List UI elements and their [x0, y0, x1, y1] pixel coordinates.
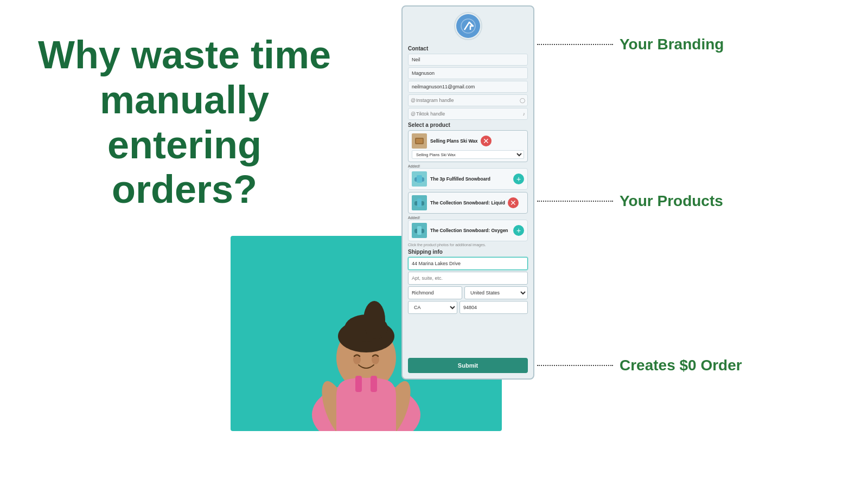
svg-rect-18: [416, 139, 423, 143]
svg-rect-20: [417, 175, 422, 183]
instagram-input[interactable]: [408, 94, 528, 106]
email-input[interactable]: [408, 81, 528, 93]
form-content: Contact @ ◯ @ ♪ Select a product: [403, 43, 533, 355]
address2-input[interactable]: [408, 272, 528, 285]
product-card-1-inner: Selling Plans Ski Wax ✕ Selling Plans Sk…: [412, 133, 524, 159]
product-1-remove-btn[interactable]: ✕: [481, 136, 492, 146]
product-1-details: Selling Plans Ski Wax: [430, 138, 478, 144]
product-4-add-btn[interactable]: +: [513, 225, 524, 236]
city-country-row: United States: [408, 286, 528, 299]
product-3-details: The Collection Snowboard: Liquid: [430, 200, 505, 206]
state-select[interactable]: CA: [408, 301, 457, 314]
logo-icon: [456, 14, 480, 38]
state-zip-row: CA: [408, 301, 528, 314]
heading-text: Why waste time manually entering orders?: [33, 33, 336, 212]
phone-card: Contact @ ◯ @ ♪ Select a product: [401, 5, 534, 380]
product-2-add-btn[interactable]: +: [513, 174, 524, 184]
product-3-thumb[interactable]: [412, 195, 427, 210]
first-name-input[interactable]: [408, 54, 528, 66]
product-2-name: The 3p Fulfilled Snowboard: [430, 176, 490, 182]
svg-point-6: [363, 301, 385, 339]
products-line: [537, 201, 613, 202]
annotation-products: Your Products: [537, 192, 723, 210]
shipping-label: Shipping info: [408, 249, 528, 255]
order-label: Creates $0 Order: [620, 357, 742, 374]
select-product-label: Select a product: [408, 122, 528, 128]
product-1-select[interactable]: Selling Plans Ski Wax: [412, 150, 524, 159]
product-4-thumb[interactable]: [412, 223, 427, 238]
product-4-name: The Collection Snowboard: Oxygen: [430, 228, 508, 233]
instagram-field: @ ◯: [408, 94, 528, 106]
branding-label: Your Branding: [620, 36, 724, 53]
submit-button[interactable]: Submit: [408, 358, 528, 373]
product-card-2: The 3p Fulfilled Snowboard +: [408, 168, 528, 190]
address1-input[interactable]: [408, 257, 528, 270]
logo-circle: [454, 12, 482, 40]
product-1-thumb[interactable]: [412, 133, 427, 149]
product-1-sub: Selling Plans Ski Wax: [412, 150, 524, 159]
zip-input[interactable]: [459, 301, 528, 314]
contact-label: Contact: [408, 46, 528, 52]
products-label: Your Products: [620, 192, 723, 210]
product-3-added-label: Added!: [408, 216, 528, 220]
product-1-added-label: Added!: [408, 164, 528, 168]
product-4-info: The Collection Snowboard: Oxygen: [412, 223, 510, 238]
product-3-remove-btn[interactable]: ✕: [508, 197, 519, 208]
svg-rect-22: [417, 198, 422, 207]
product-card-3: The Collection Snowboard: Liquid ✕: [408, 192, 528, 214]
svg-rect-24: [417, 226, 422, 235]
svg-rect-13: [355, 376, 362, 392]
product-2-info: The 3p Fulfilled Snowboard: [412, 171, 510, 187]
instagram-icon: ◯: [520, 98, 525, 103]
tiktok-field: @ ♪: [408, 108, 528, 120]
svg-point-15: [460, 18, 476, 34]
annotation-order: Creates $0 Order: [537, 357, 742, 374]
product-2-thumb[interactable]: [412, 171, 427, 187]
branding-line: [537, 44, 613, 45]
last-name-input[interactable]: [408, 67, 528, 79]
tiktok-icon: ♪: [523, 111, 526, 117]
logo-area: [403, 7, 533, 43]
tiktok-input[interactable]: [408, 108, 528, 120]
product-1-info: Selling Plans Ski Wax ✕: [412, 133, 524, 149]
at-sign-icon: @: [411, 98, 416, 103]
product-1-name: Selling Plans Ski Wax: [430, 138, 478, 144]
product-3-info: The Collection Snowboard: Liquid ✕: [412, 195, 524, 210]
annotation-branding: Your Branding: [537, 36, 724, 53]
product-card-4: The Collection Snowboard: Oxygen +: [408, 220, 528, 241]
order-line: [537, 365, 613, 366]
country-select[interactable]: United States: [464, 286, 528, 299]
svg-rect-14: [371, 376, 377, 392]
click-hint: Click the product photos for additional …: [408, 243, 528, 247]
product-card-1: Selling Plans Ski Wax ✕ Selling Plans Sk…: [408, 130, 528, 162]
city-input[interactable]: [408, 286, 462, 299]
at-sign-tiktok-icon: @: [411, 111, 416, 117]
product-3-name: The Collection Snowboard: Liquid: [430, 200, 505, 206]
left-heading: Why waste time manually entering orders?: [33, 33, 336, 212]
